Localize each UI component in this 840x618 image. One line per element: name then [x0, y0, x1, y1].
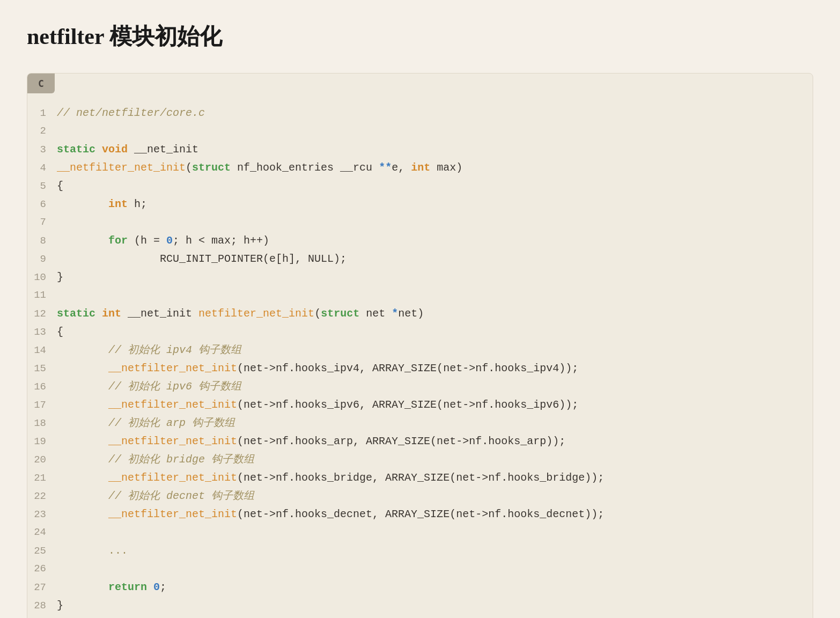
code-line: 8 for (h = 0; h < max; h++) [33, 232, 797, 250]
line-number: 7 [33, 214, 57, 231]
code-line: 27 return 0; [33, 578, 797, 597]
code-text: e, [392, 161, 411, 174]
code-line: 15 __netfilter_net_init(net->nf.hooks_ip… [33, 359, 797, 378]
code-text: __net_init [128, 143, 198, 156]
code-line: 23 __netfilter_net_init(net->nf.hooks_de… [33, 505, 797, 524]
line-number: 12 [33, 305, 57, 322]
line-content: // 初始化 bridge 钩子数组 [57, 451, 797, 469]
code-line: 21 __netfilter_net_init(net->nf.hooks_br… [33, 469, 797, 487]
line-content: // net/netfilter/core.c [57, 104, 797, 122]
code-text: net [359, 307, 392, 320]
line-number: 28 [33, 597, 57, 614]
comment: // 初始化 bridge 钩子数组 [108, 453, 254, 466]
line-number: 11 [33, 286, 57, 304]
line-number: 24 [33, 524, 57, 541]
line-content: // 初始化 ipv4 钩子数组 [57, 341, 797, 359]
code-line: 13{ [33, 323, 797, 341]
line-content: // 初始化 decnet 钩子数组 [57, 487, 797, 505]
code-text: { [57, 326, 63, 338]
line-number: 25 [33, 542, 57, 560]
comment: // 初始化 ipv4 钩子数组 [108, 344, 241, 356]
code-text: RCU_INIT_POINTER(e[h], NULL); [57, 253, 347, 265]
line-number: 21 [33, 469, 57, 487]
code-line: 22 // 初始化 decnet 钩子数组 [33, 487, 797, 505]
code-line: 5{ [33, 177, 797, 195]
code-line: 17 __netfilter_net_init(net->nf.hooks_ip… [33, 396, 797, 414]
line-number: 23 [33, 506, 57, 523]
code-line: 25 ... [33, 542, 797, 560]
comment: // 初始化 ipv6 钩子数组 [108, 380, 241, 393]
code-text: h; [128, 198, 147, 210]
line-content: static int __net_init netfilter_net_init… [57, 305, 797, 323]
line-number: 13 [33, 323, 57, 341]
code-line: 19 __netfilter_net_init(net->nf.hooks_ar… [33, 432, 797, 451]
keyword-orange: void [102, 143, 128, 156]
code-text [57, 234, 108, 247]
comment: // 初始化 arp 钩子数组 [108, 417, 235, 429]
code-line: 14 // 初始化 ipv4 钩子数组 [33, 341, 797, 359]
code-line: 26 [33, 560, 797, 578]
code-text: (net->nf.hooks_decnet, ARRAY_SIZE(net->n… [237, 508, 604, 520]
code-container: C 1// net/netfilter/core.c23static void … [27, 73, 813, 618]
line-number: 8 [33, 232, 57, 249]
comment: // net/netfilter/core.c [57, 107, 205, 119]
function-name: __netfilter_net_init [108, 362, 237, 374]
line-content: __netfilter_net_init(net->nf.hooks_ipv4,… [57, 359, 797, 378]
code-line: 6 int h; [33, 195, 797, 214]
line-number: 1 [33, 105, 57, 122]
code-text [57, 490, 108, 502]
code-text: (net->nf.hooks_ipv6, ARRAY_SIZE(net->nf.… [237, 399, 578, 411]
code-text [95, 143, 102, 156]
line-content: return 0; [57, 578, 797, 597]
line-number: 20 [33, 451, 57, 468]
line-number: 17 [33, 396, 57, 414]
code-line: 4__netfilter_net_init(struct nf_hook_ent… [33, 159, 797, 177]
code-text: ; [160, 581, 166, 593]
code-line: 9 RCU_INIT_POINTER(e[h], NULL); [33, 250, 797, 268]
keyword-orange: int [108, 198, 128, 210]
line-number: 18 [33, 415, 57, 432]
line-number: 14 [33, 342, 57, 359]
code-line: 10} [33, 268, 797, 286]
line-content: } [57, 268, 797, 286]
line-number: 5 [33, 178, 57, 195]
line-content: { [57, 323, 797, 341]
code-line: 24 [33, 524, 797, 542]
code-text: (net->nf.hooks_bridge, ARRAY_SIZE(net->n… [237, 472, 604, 484]
code-text: ( [186, 161, 192, 174]
code-text [57, 472, 108, 484]
keyword-green: for [108, 234, 128, 247]
line-content: // 初始化 arp 钩子数组 [57, 414, 797, 432]
line-content: __netfilter_net_init(net->nf.hooks_decne… [57, 505, 797, 524]
code-text [147, 581, 153, 593]
code-text [57, 581, 108, 593]
keyword-green: struct [321, 307, 359, 320]
code-line: 2 [33, 122, 797, 141]
code-text [57, 453, 108, 466]
line-content: int h; [57, 195, 797, 214]
keyword-orange: int [102, 307, 121, 320]
code-line: 3static void __net_init [33, 141, 797, 159]
function-name: __netfilter_net_init [108, 399, 237, 411]
line-content: __netfilter_net_init(struct nf_hook_entr… [57, 159, 797, 177]
code-text [57, 508, 108, 520]
code-text [57, 344, 108, 356]
line-number: 22 [33, 488, 57, 505]
code-text: ( [314, 307, 321, 320]
line-number: 27 [33, 579, 57, 596]
line-content: ... [57, 542, 797, 560]
keyword-orange: int [411, 161, 430, 174]
number-literal: 0 [153, 581, 160, 593]
line-content: __netfilter_net_init(net->nf.hooks_arp, … [57, 432, 797, 451]
code-text [95, 307, 102, 320]
pointer-operator: ** [379, 161, 392, 174]
code-text: (net->nf.hooks_arp, ARRAY_SIZE(net->nf.h… [237, 435, 565, 447]
line-number: 4 [33, 159, 57, 176]
code-text: (net->nf.hooks_ipv4, ARRAY_SIZE(net->nf.… [237, 362, 578, 374]
lang-label: C [27, 73, 55, 93]
function-name: __netfilter_net_init [57, 161, 186, 174]
code-line: 18 // 初始化 arp 钩子数组 [33, 414, 797, 432]
code-text [57, 417, 108, 429]
line-number: 10 [33, 269, 57, 286]
line-content: // 初始化 ipv6 钩子数组 [57, 378, 797, 396]
